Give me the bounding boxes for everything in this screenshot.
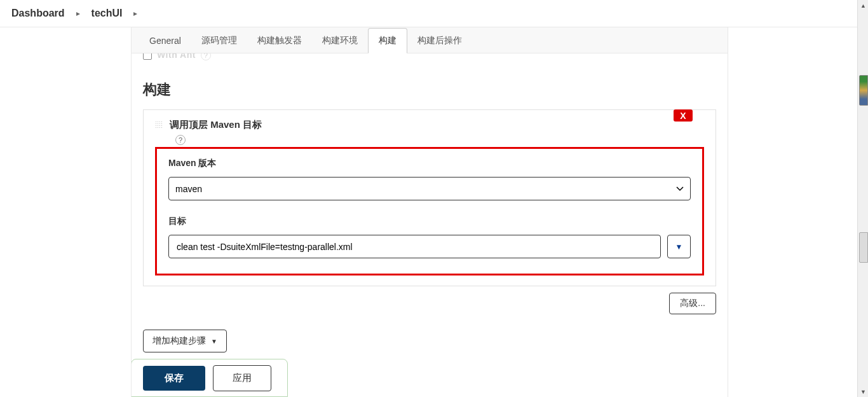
build-step-help-row: ? xyxy=(170,134,704,144)
apply-button[interactable]: 应用 xyxy=(213,365,271,391)
help-icon[interactable]: ? xyxy=(201,53,211,60)
tab-post-build[interactable]: 构建后操作 xyxy=(407,28,472,53)
with-ant-row: With Ant ? xyxy=(143,53,716,62)
goals-label: 目标 xyxy=(168,216,691,227)
chevron-right-icon: ▸ xyxy=(76,9,80,18)
breadcrumb: Dashboard ▸ techUI ▸ xyxy=(0,0,868,27)
advanced-row: 高级... xyxy=(143,293,716,314)
scroll-up-icon[interactable]: ▲ xyxy=(858,0,868,11)
breadcrumb-project[interactable]: techUI xyxy=(92,8,123,19)
caret-down-icon: ▼ xyxy=(211,338,217,345)
delete-step-button[interactable]: X xyxy=(674,109,693,122)
chevron-right-icon: ▸ xyxy=(133,9,137,18)
highlighted-fields: Maven 版本 maven 目标 ▼ xyxy=(155,147,704,275)
sidebar-peek-widget[interactable] xyxy=(859,75,868,106)
save-button[interactable]: 保存 xyxy=(143,366,205,391)
drag-handle-icon[interactable] xyxy=(155,121,163,129)
advanced-button[interactable]: 高级... xyxy=(669,293,716,314)
tab-general[interactable]: General xyxy=(139,28,191,53)
scroll-down-icon[interactable]: ▼ xyxy=(858,386,868,397)
goals-field: 目标 ▼ xyxy=(168,216,691,258)
build-section-title: 构建 xyxy=(143,80,716,99)
config-tabs: General 源码管理 构建触发器 构建环境 构建 构建后操作 xyxy=(132,27,728,53)
tab-triggers[interactable]: 构建触发器 xyxy=(247,28,312,53)
with-ant-label: With Ant xyxy=(157,53,196,60)
tab-scm[interactable]: 源码管理 xyxy=(191,28,247,53)
sidebar-peek-widget-2[interactable] xyxy=(859,232,868,263)
maven-version-select[interactable]: maven xyxy=(168,177,691,200)
main-content: General 源码管理 构建触发器 构建环境 构建 构建后操作 With An… xyxy=(131,27,728,397)
with-ant-checkbox[interactable] xyxy=(143,53,152,60)
vertical-scrollbar[interactable]: ▲ ▼ xyxy=(857,0,868,397)
goals-input[interactable] xyxy=(168,235,661,258)
build-step-header: 调用顶层 Maven 目标 xyxy=(155,119,704,131)
maven-version-field: Maven 版本 maven xyxy=(168,158,691,200)
maven-version-label: Maven 版本 xyxy=(168,158,691,169)
content-body: With Ant ? 构建 X 调用顶层 Maven 目标 ? Maven 版本 xyxy=(132,53,728,397)
add-build-step-button[interactable]: 增加构建步骤 ▼ xyxy=(143,330,227,352)
tab-build[interactable]: 构建 xyxy=(368,28,407,53)
expand-goals-button[interactable]: ▼ xyxy=(667,235,691,258)
footer-actions: 保存 应用 xyxy=(132,359,288,397)
build-step-maven: X 调用顶层 Maven 目标 ? Maven 版本 maven xyxy=(143,109,716,286)
breadcrumb-dashboard[interactable]: Dashboard xyxy=(11,8,65,19)
tab-env[interactable]: 构建环境 xyxy=(312,28,368,53)
add-build-step-label: 增加构建步骤 xyxy=(153,335,206,347)
help-icon[interactable]: ? xyxy=(175,135,186,145)
build-step-title: 调用顶层 Maven 目标 xyxy=(170,119,262,131)
